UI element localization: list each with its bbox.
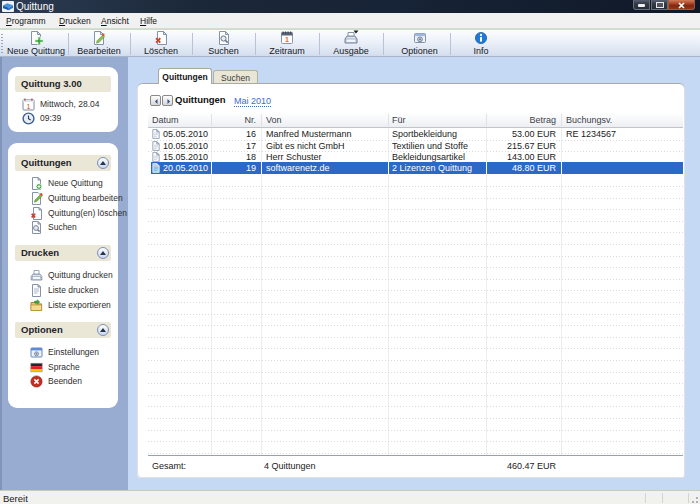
svg-text:1: 1 bbox=[285, 36, 289, 43]
svg-text:1: 1 bbox=[27, 103, 31, 110]
